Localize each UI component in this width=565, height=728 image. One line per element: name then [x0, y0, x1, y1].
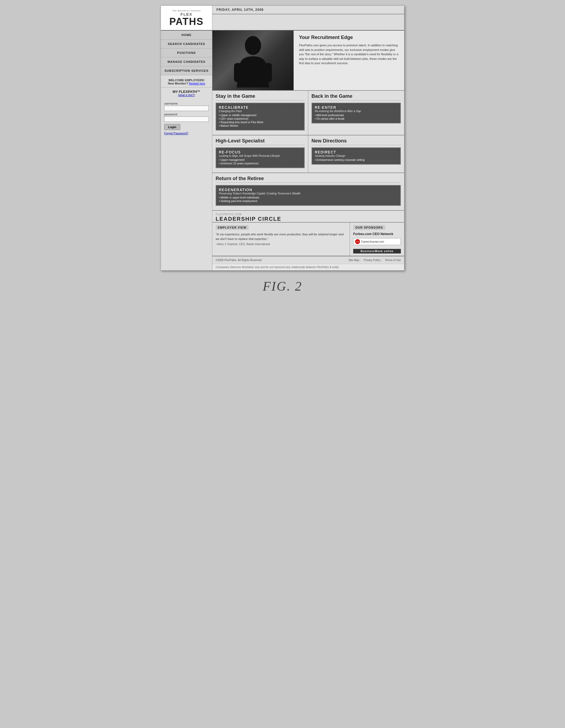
- register-link[interactable]: Register here: [189, 82, 205, 85]
- back-in-game-cell: Back in the Game RE-ENTER Re-entering th…: [308, 91, 404, 135]
- regeneration-box[interactable]: REGENERATION Preserving Today's Knowledg…: [216, 185, 401, 206]
- return-retiree-section: Return of the Retiree REGENERATION Prese…: [212, 173, 404, 211]
- new-directions-title: New Directions: [311, 138, 401, 145]
- redirect-title: REDIRECT: [315, 150, 398, 154]
- re-focus-box[interactable]: RE-FOCUS Looking to Align Job Scope With…: [216, 147, 305, 168]
- login-form: username: password: Login Forgot Passwor…: [161, 98, 212, 137]
- re-enter-title: RE-ENTER: [315, 105, 398, 110]
- retiree-item-1: Seeking part-time employment: [219, 200, 398, 203]
- new-item-0: Entrepreneurs seeking corporate setting: [315, 158, 398, 161]
- redirect-box[interactable]: REDIRECT Seeking Industry Change Entrepr…: [311, 147, 401, 165]
- privacy-policy-link[interactable]: Privacy Policy: [364, 259, 381, 262]
- hero-section: Your Recruitment Edge FlexPaths.com give…: [212, 31, 404, 91]
- high-item-0: Upper management: [219, 158, 301, 161]
- back-item-1: On-ramps after a break: [315, 117, 398, 120]
- hero-silhouette-svg: [231, 33, 275, 87]
- stay-item-1: (10+ years experience): [219, 117, 301, 120]
- re-enter-box[interactable]: RE-ENTER Re-entering the Workforce After…: [311, 103, 401, 123]
- high-level-title: High-Level Specialist: [216, 138, 305, 145]
- return-retiree-title: Return of the Retiree: [216, 176, 401, 183]
- date-bar: FRIDAY, APRIL 14TH, 2006: [212, 6, 404, 14]
- hero-image: [212, 31, 294, 90]
- hero-text-area: Your Recruitment Edge FlexPaths.com give…: [294, 31, 404, 90]
- terms-of-use-link[interactable]: Terms of Use: [385, 259, 401, 262]
- site-map-link[interactable]: Site Map: [349, 259, 359, 262]
- regeneration-title: REGENERATION: [219, 188, 398, 192]
- nav-home[interactable]: HOME: [161, 31, 212, 40]
- high-level-cell: High-Level Specialist RE-FOCUS Looking t…: [212, 135, 308, 173]
- logo[interactable]: FLEX PATHS: [169, 12, 204, 27]
- sponsor-careerjournal[interactable]: CJ CareerJournal.com: [353, 238, 401, 245]
- sponsors-label: OUR SPONSORS: [353, 225, 385, 230]
- sponsors-section: OUR SPONSORS Forbes.com CEO Network CJ C…: [350, 223, 404, 256]
- svg-rect-1: [234, 63, 242, 82]
- logo-area: The Workforce Solution FLEX PATHS: [161, 6, 212, 30]
- sponsor-forbes[interactable]: Forbes.com CEO Network: [353, 232, 401, 236]
- nav-positions[interactable]: POSITIONS: [161, 48, 212, 57]
- stay-item-3: Mature Worker: [219, 124, 301, 127]
- regeneration-subtitle: Preserving Today's Knowledge Capital; Cr…: [219, 192, 398, 195]
- footer: ©2006 FlexPaths. All Rights Reserved Sit…: [212, 256, 404, 264]
- back-in-game-title: Back in the Game: [311, 93, 401, 100]
- password-label: password:: [164, 113, 209, 116]
- hero-body: FlexPaths.com gives you access to premiu…: [299, 43, 399, 66]
- employer-quote: "In my experience, people who work flexi…: [216, 232, 346, 241]
- re-enter-subtitle: Re-entering the Workforce After a Gap: [315, 110, 398, 113]
- high-item-1: (minimum 15 years experience): [219, 162, 301, 165]
- stay-item-0: Upper or middle management: [219, 114, 301, 117]
- nav-search-candidates[interactable]: SEARCH CANDIDATES: [161, 40, 212, 48]
- redirect-subtitle: Seeking Industry Change: [315, 154, 398, 157]
- recalibrate-subtitle: Changing the Pace: [219, 110, 301, 113]
- row-high-new: High-Level Specialist RE-FOCUS Looking t…: [212, 135, 404, 173]
- re-focus-title: RE-FOCUS: [219, 150, 301, 154]
- stay-item-2: Requesting less travel or Flex Work: [219, 121, 301, 124]
- footer-copyright: ©2006 FlexPaths. All Rights Reserved: [216, 259, 262, 262]
- recalibrate-box[interactable]: RECALIBRATE Changing the Pace Upper or m…: [216, 103, 305, 131]
- my-flexpath-section: MY FLEXPATH™ (what is this?): [161, 87, 212, 98]
- username-input[interactable]: [164, 106, 209, 111]
- svg-point-0: [245, 36, 261, 55]
- leadership-top-label: FLEXPATHS.COM: [216, 213, 401, 216]
- stay-in-game-title: Stay in the Game: [216, 93, 305, 100]
- logo-paths: PATHS: [169, 16, 204, 27]
- employer-sponsors-row: EMPLOYER VIEW "In my experience, people …: [212, 223, 404, 256]
- careerjournal-icon: CJ: [355, 239, 360, 244]
- retiree-item-0: Middle or upper-level individuals: [219, 196, 398, 199]
- re-focus-subtitle: Looking to Align Job Scope With Personal…: [219, 154, 301, 157]
- leadership-section: FLEXPATHS.COM LEADERSHIP CIRCLE: [212, 211, 404, 223]
- recalibrate-title: RECALIBRATE: [219, 105, 301, 110]
- page-date: FRIDAY, APRIL 14TH, 2006: [216, 8, 264, 12]
- main-content: Your Recruitment Edge FlexPaths.com give…: [212, 31, 404, 270]
- footer-disclaimer: Companies listed are illustrative only a…: [212, 264, 404, 270]
- username-label: username:: [164, 102, 209, 105]
- new-directions-cell: New Directions REDIRECT Seeking Industry…: [308, 135, 404, 173]
- svg-rect-2: [264, 63, 272, 82]
- sponsor-businessweek[interactable]: BusinessWeek online: [353, 249, 401, 253]
- figure-label: FIG. 2: [263, 271, 302, 299]
- nav-manage-candidates[interactable]: MANAGE CANDIDATES: [161, 57, 212, 66]
- employer-attribution: –Harry J. Kraemer, CEO, Baxter Internati…: [216, 243, 346, 246]
- employer-view-label: EMPLOYER VIEW: [216, 225, 249, 230]
- footer-links: Site Map : Privacy Policy : Terms of Use: [346, 259, 401, 262]
- login-button[interactable]: Login: [164, 124, 180, 130]
- hero-title: Your Recruitment Edge: [299, 35, 399, 40]
- back-item-0: Mid-level professionals: [315, 114, 398, 117]
- forgot-password-link[interactable]: Forgot Password?: [164, 132, 209, 135]
- employer-view-section: EMPLOYER VIEW "In my experience, people …: [212, 223, 350, 256]
- row-stay-back: Stay in the Game RECALIBRATE Changing th…: [212, 91, 404, 135]
- logo-tagline: The Workforce Solution: [172, 9, 201, 12]
- welcome-employers: WELCOME EMPLOYERS! New Member? Register …: [161, 75, 212, 87]
- password-input[interactable]: [164, 116, 209, 122]
- sidebar: HOME SEARCH CANDIDATES POSITIONS MANAGE …: [161, 31, 212, 270]
- stay-in-game-cell: Stay in the Game RECALIBRATE Changing th…: [212, 91, 308, 135]
- what-is-this-link[interactable]: (what is this?): [164, 94, 209, 97]
- leadership-title: LEADERSHIP CIRCLE: [216, 216, 401, 222]
- nav-subscription-services[interactable]: SUBSCRIPTION SERVICES: [161, 66, 212, 75]
